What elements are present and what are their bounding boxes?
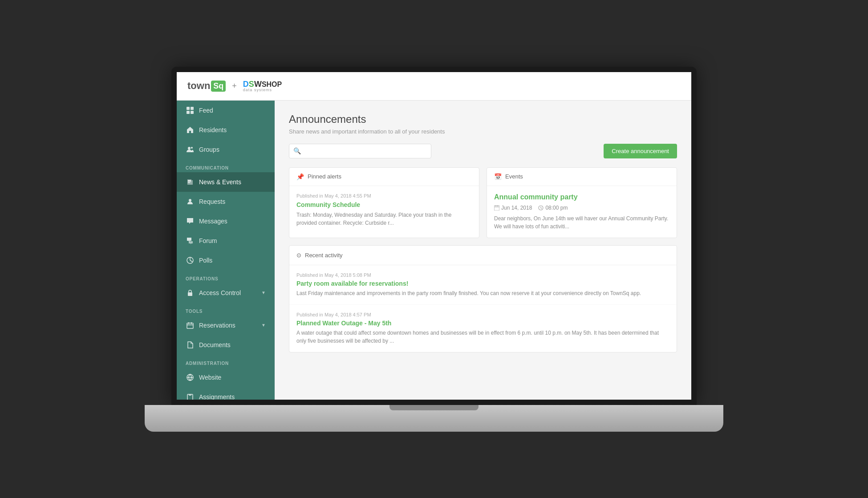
svg-point-5 bbox=[191, 147, 193, 149]
svg-rect-7 bbox=[188, 182, 191, 182]
home-icon bbox=[186, 126, 195, 134]
sidebar-item-reservations[interactable]: Reservations ▼ bbox=[177, 316, 275, 335]
plus-separator: + bbox=[232, 81, 237, 91]
recent-label: Recent activity bbox=[305, 252, 343, 259]
events-card: 📅 Events Annual community party Jun 14, … bbox=[487, 167, 677, 238]
main-content: Announcements Share news and important i… bbox=[275, 101, 691, 400]
sidebar-item-messages[interactable]: Messages bbox=[177, 211, 275, 231]
pinned-alerts-card: 📌 Pinned alerts Published in May 4, 2018… bbox=[289, 167, 479, 238]
sidebar-item-assignments[interactable]: Assignments bbox=[177, 387, 275, 400]
poll-icon bbox=[186, 256, 195, 265]
lock-icon bbox=[186, 288, 195, 297]
create-announcement-button[interactable]: Create announcement bbox=[604, 144, 677, 158]
chat-icon bbox=[186, 217, 195, 226]
event-date: Jun 14, 2018 bbox=[494, 205, 532, 211]
item-title-link[interactable]: Party room available for reservations! bbox=[296, 280, 669, 287]
item-meta: Published in May 4, 2018 5:08 PM bbox=[296, 272, 669, 278]
sidebar-item-label: Residents bbox=[199, 126, 227, 134]
tools-section-label: TOOLS bbox=[177, 303, 275, 316]
pinned-title-link[interactable]: Community Schedule bbox=[296, 201, 472, 208]
svg-rect-11 bbox=[188, 292, 192, 296]
sidebar-item-groups[interactable]: Groups bbox=[177, 140, 275, 159]
search-wrapper: 🔍 bbox=[289, 144, 431, 158]
toolbar: 🔍 Create announcement bbox=[289, 144, 677, 158]
pin-icon: 📌 bbox=[296, 173, 304, 180]
svg-rect-19 bbox=[494, 206, 499, 211]
item-meta: Published in May 4, 2018 4:57 PM bbox=[296, 312, 669, 317]
recent-item: Published in May 4, 2018 4:57 PM Planned… bbox=[289, 305, 677, 352]
svg-rect-12 bbox=[187, 323, 193, 328]
sidebar-item-label: Assignments bbox=[199, 393, 235, 400]
sidebar-item-access-control[interactable]: Access Control ▼ bbox=[177, 283, 275, 303]
pinned-alerts-header: 📌 Pinned alerts bbox=[289, 168, 479, 186]
events-header: 📅 Events bbox=[487, 168, 677, 186]
sidebar: Feed Residents bbox=[177, 101, 275, 400]
sidebar-item-label: Messages bbox=[199, 218, 227, 225]
person-icon bbox=[186, 197, 195, 206]
sidebar-item-label: Reservations bbox=[199, 322, 235, 329]
svg-rect-6 bbox=[188, 180, 191, 181]
logo-area: townSq + DSWSHOP data systems bbox=[187, 80, 282, 92]
pinned-alerts-label: Pinned alerts bbox=[308, 173, 341, 180]
globe-icon bbox=[186, 373, 195, 382]
dsw-logo: DSWSHOP data systems bbox=[243, 80, 282, 92]
event-title[interactable]: Annual community party bbox=[494, 193, 669, 201]
item-text: Last Friday maintenance and improvements… bbox=[296, 289, 669, 297]
document-icon bbox=[186, 340, 195, 349]
sidebar-item-feed[interactable]: Feed bbox=[177, 101, 275, 120]
forum-icon bbox=[186, 236, 195, 245]
newspaper-icon bbox=[186, 178, 195, 186]
pinned-alerts-body: Published in May 4, 2018 4:55 PM Communi… bbox=[289, 186, 479, 234]
events-label: Events bbox=[505, 173, 523, 180]
sidebar-item-website[interactable]: Website bbox=[177, 368, 275, 387]
chevron-down-icon: ▼ bbox=[261, 290, 266, 295]
sidebar-item-label: Feed bbox=[199, 107, 213, 114]
page-title: Announcements bbox=[289, 113, 677, 126]
svg-rect-2 bbox=[187, 111, 190, 114]
sidebar-item-label: Documents bbox=[199, 341, 231, 348]
recent-icon: ⊙ bbox=[296, 252, 301, 259]
calendar-icon bbox=[186, 321, 195, 330]
svg-point-4 bbox=[188, 147, 191, 150]
recent-activity-section: ⊙ Recent activity Published in May 4, 20… bbox=[289, 245, 677, 352]
svg-rect-8 bbox=[188, 182, 190, 183]
administration-section-label: ADMINISTRATION bbox=[177, 355, 275, 368]
operations-section-label: OPERATIONS bbox=[177, 270, 275, 283]
recent-item: Published in May 4, 2018 5:08 PM Party r… bbox=[289, 265, 677, 305]
sidebar-item-news-events[interactable]: News & Events bbox=[177, 172, 275, 192]
sidebar-item-label: Forum bbox=[199, 237, 217, 244]
search-input[interactable] bbox=[289, 144, 431, 158]
events-body: Annual community party Jun 14, 2018 08:0… bbox=[487, 186, 677, 238]
sidebar-item-label: News & Events bbox=[199, 178, 241, 186]
sidebar-item-requests[interactable]: Requests bbox=[177, 192, 275, 211]
pinned-text: Trash: Monday, Wednesday and Saturday. P… bbox=[296, 211, 472, 227]
sidebar-item-polls[interactable]: Polls bbox=[177, 251, 275, 270]
sidebar-item-documents[interactable]: Documents bbox=[177, 335, 275, 355]
pinned-meta: Published in May 4, 2018 4:55 PM bbox=[296, 193, 472, 198]
cards-row: 📌 Pinned alerts Published in May 4, 2018… bbox=[289, 167, 677, 238]
svg-rect-1 bbox=[191, 107, 194, 110]
users-icon bbox=[186, 145, 195, 154]
sidebar-item-residents[interactable]: Residents bbox=[177, 120, 275, 140]
townsq-logo: townSq bbox=[187, 80, 226, 92]
svg-rect-3 bbox=[191, 111, 194, 114]
svg-rect-0 bbox=[187, 107, 190, 110]
svg-point-9 bbox=[189, 199, 191, 202]
sidebar-item-label: Polls bbox=[199, 257, 212, 264]
sidebar-item-label: Groups bbox=[199, 146, 219, 153]
communication-section-label: COMMUNICATION bbox=[177, 159, 275, 172]
sidebar-item-label: Access Control bbox=[199, 289, 241, 296]
page-subtitle: Share news and important information to … bbox=[289, 128, 677, 135]
sidebar-item-label: Requests bbox=[199, 198, 225, 205]
sidebar-item-label: Website bbox=[199, 374, 221, 381]
search-icon: 🔍 bbox=[293, 147, 301, 154]
calendar-small-icon: 📅 bbox=[494, 173, 502, 180]
sidebar-item-forum[interactable]: Forum bbox=[177, 231, 275, 251]
event-meta: Jun 14, 2018 08:00 pm bbox=[494, 205, 669, 211]
event-text: Dear neighbors, On June 14th we will hav… bbox=[494, 215, 669, 231]
recent-activity-header: ⊙ Recent activity bbox=[289, 246, 677, 265]
grid-icon bbox=[186, 106, 195, 115]
top-bar: townSq + DSWSHOP data systems bbox=[177, 72, 691, 101]
chevron-down-icon: ▼ bbox=[261, 323, 266, 328]
item-title-link[interactable]: Planned Water Outage - May 5th bbox=[296, 320, 669, 327]
